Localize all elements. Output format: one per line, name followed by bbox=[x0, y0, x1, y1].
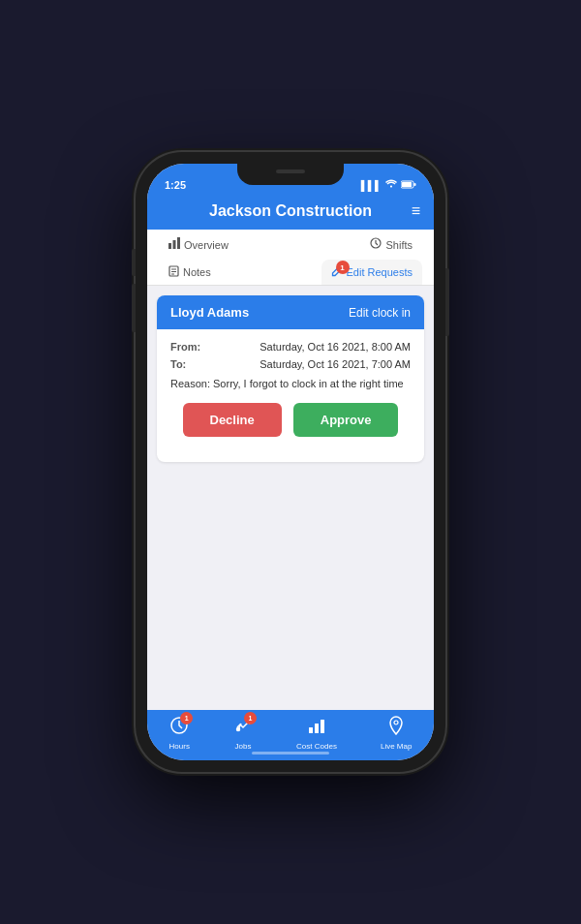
nav-jobs[interactable]: 1 Jobs bbox=[233, 716, 253, 751]
power-button bbox=[445, 268, 449, 336]
tab-edit-requests[interactable]: 1 Edit Requests bbox=[321, 260, 422, 285]
hours-label: Hours bbox=[169, 742, 190, 751]
svg-rect-2 bbox=[414, 183, 416, 186]
volume-button-2 bbox=[132, 284, 136, 332]
home-indicator bbox=[252, 752, 329, 755]
tab-overview-label: Overview bbox=[184, 239, 229, 251]
header-title: Jackson Construction bbox=[209, 202, 372, 220]
shifts-icon bbox=[370, 237, 382, 252]
status-icons: ▌▌▌ bbox=[361, 179, 416, 191]
live-map-icon bbox=[387, 720, 405, 739]
request-type: Edit clock in bbox=[349, 306, 411, 320]
request-actions: Decline Approve bbox=[170, 403, 411, 450]
tab-bar: Overview Shifts bbox=[147, 230, 434, 286]
wifi-icon bbox=[385, 179, 397, 191]
tab-row-1: Overview Shifts bbox=[147, 230, 434, 260]
svg-rect-13 bbox=[321, 720, 324, 733]
nav-hours[interactable]: 1 Hours bbox=[169, 716, 190, 751]
edit-icon: 1 bbox=[331, 265, 343, 279]
cost-codes-icon-wrap bbox=[307, 716, 326, 740]
tab-notes-label: Notes bbox=[183, 266, 211, 278]
from-row: From: Saturday, Oct 16 2021, 8:00 AM bbox=[170, 341, 411, 353]
to-label: To: bbox=[170, 358, 186, 370]
notch bbox=[237, 164, 344, 185]
approve-button[interactable]: Approve bbox=[293, 403, 399, 437]
jobs-badge: 1 bbox=[244, 712, 257, 724]
tab-shifts-label: Shifts bbox=[385, 239, 413, 251]
request-card: Lloyd Adams Edit clock in From: Saturday… bbox=[157, 295, 424, 462]
signal-icon: ▌▌▌ bbox=[361, 180, 382, 191]
svg-rect-3 bbox=[168, 243, 171, 249]
to-value: Saturday, Oct 16 2021, 7:00 AM bbox=[260, 358, 411, 370]
tab-shifts[interactable]: Shifts bbox=[360, 230, 422, 260]
tab-row-2: Notes 1 Edit Requests bbox=[147, 260, 434, 285]
request-reason: Reason: Sorry, I forgot to clock in at t… bbox=[170, 378, 411, 389]
hours-badge: 1 bbox=[180, 712, 193, 724]
svg-rect-1 bbox=[402, 182, 412, 187]
hours-icon-wrap: 1 bbox=[169, 716, 189, 740]
status-time: 1:25 bbox=[165, 179, 186, 191]
employee-name: Lloyd Adams bbox=[170, 305, 249, 320]
notes-icon bbox=[168, 265, 179, 279]
menu-icon[interactable]: ≡ bbox=[412, 202, 420, 220]
request-card-header: Lloyd Adams Edit clock in bbox=[157, 295, 424, 329]
jobs-label: Jobs bbox=[235, 742, 252, 751]
cost-codes-label: Cost Codes bbox=[296, 742, 337, 751]
from-label: From: bbox=[170, 341, 200, 353]
live-map-label: Live Map bbox=[381, 742, 412, 751]
from-value: Saturday, Oct 16 2021, 8:00 AM bbox=[260, 341, 411, 353]
svg-rect-12 bbox=[315, 724, 319, 733]
svg-rect-5 bbox=[177, 237, 180, 249]
tab-notes[interactable]: Notes bbox=[159, 260, 221, 285]
svg-rect-11 bbox=[309, 727, 313, 733]
main-content: Lloyd Adams Edit clock in From: Saturday… bbox=[147, 286, 434, 710]
to-row: To: Saturday, Oct 16 2021, 7:00 AM bbox=[170, 358, 411, 370]
phone-screen: 1:25 ▌▌▌ Jackson Constru bbox=[147, 164, 434, 760]
cost-codes-icon bbox=[307, 720, 326, 739]
header: Jackson Construction ≡ bbox=[147, 195, 434, 230]
overview-icon bbox=[168, 237, 180, 252]
phone-frame: 1:25 ▌▌▌ Jackson Constru bbox=[136, 152, 445, 772]
svg-rect-4 bbox=[173, 240, 176, 249]
tab-edit-requests-label: Edit Requests bbox=[347, 266, 413, 278]
jobs-icon-wrap: 1 bbox=[233, 716, 253, 740]
nav-live-map[interactable]: Live Map bbox=[381, 716, 412, 751]
request-body: From: Saturday, Oct 16 2021, 8:00 AM To:… bbox=[157, 329, 424, 462]
decline-button[interactable]: Decline bbox=[183, 403, 282, 437]
volume-button-1 bbox=[132, 249, 136, 276]
tab-overview[interactable]: Overview bbox=[159, 230, 238, 260]
edit-requests-badge: 1 bbox=[336, 261, 350, 274]
svg-point-14 bbox=[394, 721, 398, 724]
nav-cost-codes[interactable]: Cost Codes bbox=[296, 716, 337, 751]
battery-icon bbox=[401, 180, 416, 191]
live-map-icon-wrap bbox=[387, 716, 405, 740]
